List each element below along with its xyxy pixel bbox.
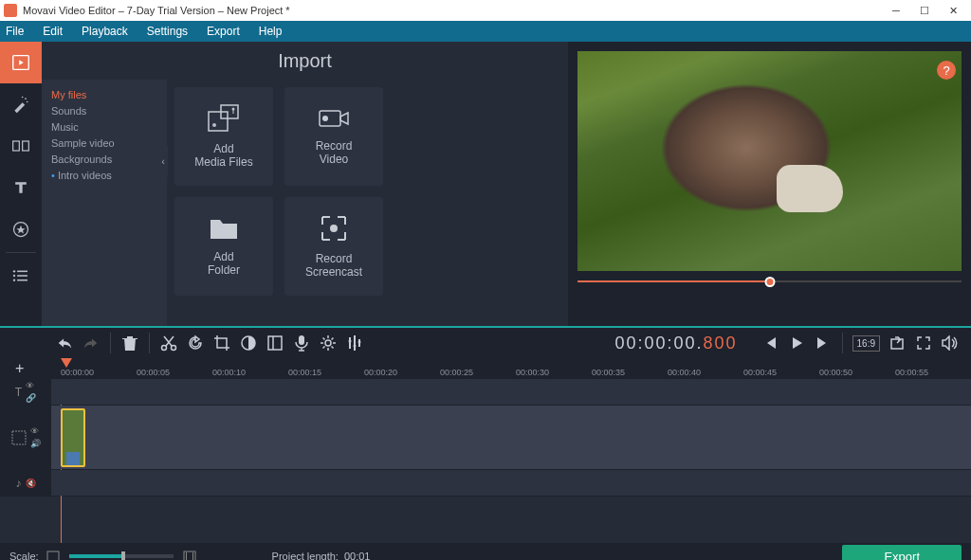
clip-settings-button[interactable] xyxy=(316,331,340,355)
color-adjust-button[interactable] xyxy=(236,331,261,355)
svg-point-16 xyxy=(212,123,216,127)
svg-rect-25 xyxy=(268,336,282,350)
text-track-icon: T xyxy=(15,386,22,399)
tile-label: Add Folder xyxy=(208,250,240,277)
folder-icon xyxy=(209,216,239,241)
redo-button[interactable] xyxy=(79,331,103,355)
menu-file[interactable]: File xyxy=(6,25,24,38)
export-button[interactable]: Export xyxy=(842,545,962,561)
preview-thumbnail[interactable] xyxy=(577,51,962,271)
svg-rect-5 xyxy=(13,141,20,151)
ruler-tick: 00:00:40 xyxy=(668,368,701,377)
svg-rect-15 xyxy=(209,112,228,131)
ruler-tick: 00:00:50 xyxy=(819,368,852,377)
mute-icon[interactable]: 🔇 xyxy=(26,479,36,488)
window-titlebar: Movavi Video Editor – 7-Day Trial Versio… xyxy=(0,0,971,21)
ruler-tick: 00:00:05 xyxy=(137,368,170,377)
delete-button[interactable] xyxy=(118,331,142,355)
mode-filters[interactable] xyxy=(0,83,42,125)
menu-help[interactable]: Help xyxy=(259,25,283,38)
tile-record-video[interactable]: Record Video xyxy=(284,87,383,186)
video-clip[interactable] xyxy=(61,408,85,467)
film-icon xyxy=(10,52,31,73)
video-track-lane[interactable] xyxy=(51,406,971,469)
help-button[interactable]: ? xyxy=(937,61,956,80)
speaker-icon[interactable]: 🔊 xyxy=(30,439,41,448)
audio-track-lane[interactable] xyxy=(51,470,971,496)
ruler-tick: 00:00:00 xyxy=(61,368,94,377)
window-minimize[interactable]: ─ xyxy=(882,1,910,20)
aspect-ratio-select[interactable]: 16:9 xyxy=(852,335,880,352)
window-close[interactable]: ✕ xyxy=(939,1,967,20)
svg-point-30 xyxy=(358,341,361,344)
menu-playback[interactable]: Playback xyxy=(82,25,128,38)
rotate-button[interactable] xyxy=(183,331,208,355)
window-maximize[interactable]: ☐ xyxy=(910,1,939,20)
play-button[interactable] xyxy=(784,331,809,355)
menu-edit[interactable]: Edit xyxy=(43,25,63,38)
tile-add-media[interactable]: Add Media Files xyxy=(174,87,273,186)
preview-seekbar[interactable] xyxy=(577,275,962,288)
seekbar-knob[interactable] xyxy=(764,277,775,287)
project-length-value: 00:01 xyxy=(344,551,371,560)
mode-titles[interactable] xyxy=(0,167,42,208)
cut-button[interactable] xyxy=(156,331,181,355)
volume-button[interactable] xyxy=(938,331,962,355)
svg-rect-26 xyxy=(299,335,304,345)
mode-import[interactable] xyxy=(0,42,42,83)
svg-point-9 xyxy=(13,270,15,272)
tile-record-screencast[interactable]: Record Screencast xyxy=(284,197,383,296)
title-track-lane[interactable] xyxy=(51,379,971,405)
link-icon[interactable]: 🔗 xyxy=(26,393,36,403)
zoom-out-icon[interactable] xyxy=(46,551,60,560)
undo-button[interactable] xyxy=(52,331,77,355)
cat-my-files[interactable]: My files xyxy=(51,87,157,103)
cat-music[interactable]: Music xyxy=(51,119,157,135)
project-length-label: Project length: xyxy=(272,551,339,560)
timeline: + 00:00:00 00:00:05 00:00:10 00:00:15 00… xyxy=(0,358,971,543)
cat-sample-video[interactable]: Sample video xyxy=(51,135,157,152)
svg-rect-12 xyxy=(17,275,27,277)
audio-properties-button[interactable] xyxy=(342,331,367,355)
eye-icon[interactable]: 👁 xyxy=(26,381,36,390)
svg-point-22 xyxy=(162,346,167,351)
transitions-icon xyxy=(11,136,30,155)
ruler-tick: 00:00:20 xyxy=(364,368,397,377)
mode-transitions[interactable] xyxy=(0,125,42,167)
svg-point-2 xyxy=(25,98,27,99)
next-frame-button[interactable] xyxy=(811,331,835,355)
svg-rect-36 xyxy=(192,552,193,560)
eye-icon[interactable]: 👁 xyxy=(30,426,41,436)
svg-point-28 xyxy=(349,340,352,343)
collapse-categories[interactable]: ‹ xyxy=(158,144,168,178)
star-circle-icon xyxy=(11,220,30,239)
tile-add-folder[interactable]: Add Folder xyxy=(174,197,273,296)
prev-frame-button[interactable] xyxy=(758,331,782,355)
timeline-ruler[interactable]: + 00:00:00 00:00:05 00:00:10 00:00:15 00… xyxy=(0,358,971,379)
cat-sounds[interactable]: Sounds xyxy=(51,103,157,119)
svg-marker-1 xyxy=(19,60,24,65)
menu-export[interactable]: Export xyxy=(207,25,240,38)
zoom-in-icon[interactable] xyxy=(183,551,196,560)
menu-settings[interactable]: Settings xyxy=(147,25,188,38)
scale-slider[interactable] xyxy=(69,554,174,558)
ruler-tick: 00:00:35 xyxy=(592,368,625,377)
text-icon xyxy=(11,178,30,197)
mode-stickers[interactable] xyxy=(0,208,42,250)
mode-more[interactable] xyxy=(0,255,42,297)
svg-point-29 xyxy=(354,345,357,348)
cat-intro-videos[interactable]: Intro videos xyxy=(51,168,157,184)
add-track-button[interactable]: + xyxy=(15,360,24,377)
ruler-tick: 00:00:25 xyxy=(440,368,473,377)
popup-preview-button[interactable] xyxy=(885,331,909,355)
crop-button[interactable] xyxy=(210,331,234,355)
svg-rect-10 xyxy=(17,271,27,273)
ruler-tick: 00:00:45 xyxy=(743,368,777,377)
film-track-icon xyxy=(11,430,27,445)
clip-properties-button[interactable] xyxy=(263,331,287,355)
import-panel: Import My files Sounds Music Sample vide… xyxy=(42,42,568,326)
fullscreen-button[interactable] xyxy=(911,331,936,355)
timecode: 00:00:00.800 xyxy=(614,333,737,353)
record-audio-button[interactable] xyxy=(289,331,314,355)
cat-backgrounds[interactable]: Backgrounds xyxy=(51,152,157,168)
